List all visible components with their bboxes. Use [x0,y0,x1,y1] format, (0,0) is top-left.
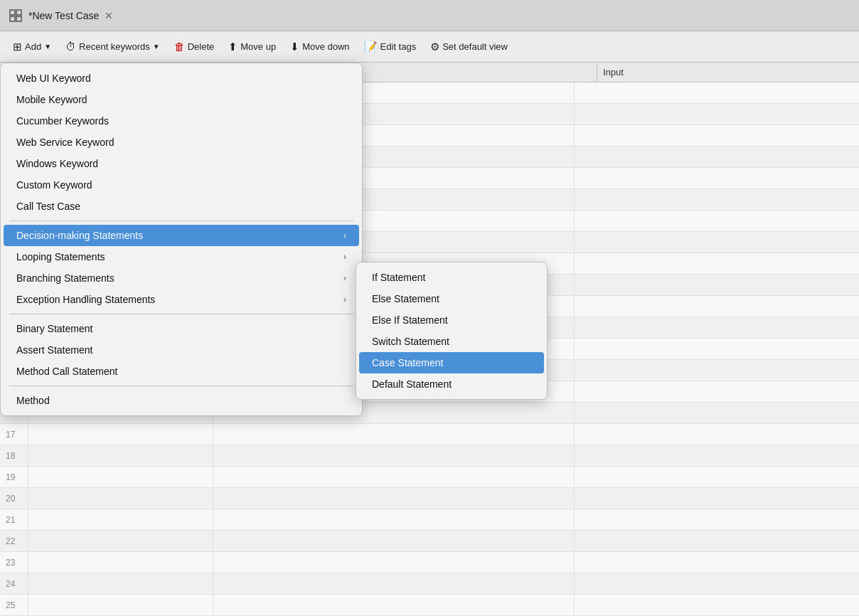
window-title: *New Test Case [28,10,99,21]
clock-icon: ⏱ [65,41,76,53]
recent-keywords-chevron-icon: ▼ [153,43,160,51]
edit-tags-label: Edit tags [380,41,417,52]
toolbar: ⊞ Add ▼ ⏱ Recent keywords ▼ 🗑 Delete ⬆ M… [0,31,859,63]
submenu-item-label: If Statement [372,272,425,283]
menu-item-assert-statement[interactable]: Assert Statement [4,339,359,361]
gear-icon: ⚙ [430,41,439,53]
table-row[interactable]: 23 [0,552,859,573]
menu-item-exception-handling[interactable]: Exception Handling Statements › [4,289,359,310]
set-default-view-label: Set default view [442,41,508,52]
menu-item-label: Mobile Keyword [16,94,87,105]
menu-item-branching[interactable]: Branching Statements › [4,267,359,289]
menu-item-binary-statement[interactable]: Binary Statement [4,318,359,339]
submenu-arrow-icon: › [343,230,346,240]
menu-item-label: Custom Keyword [16,179,92,191]
submenu-item-default-statement[interactable]: Default Statement [359,373,544,395]
move-down-button[interactable]: ⬇ Move down [284,38,355,56]
menu-item-label: Web UI Keyword [16,73,91,84]
submenu-item-label: Case Statement [372,357,443,368]
main-content: Input 1 2 3 4 5 6 7 8 [0,63,859,616]
delete-icon: 🗑 [174,41,185,53]
menu-item-label: Windows Keyword [16,158,98,169]
set-default-view-button[interactable]: ⚙ Set default view [425,38,513,56]
move-up-label: Move up [240,41,276,52]
table-row[interactable]: 20 [0,488,859,509]
edit-tags-button[interactable]: 📝 Edit tags [358,38,422,56]
svg-rect-0 [10,10,15,15]
table-row[interactable]: 22 [0,531,859,552]
menu-item-cucumber-keywords[interactable]: Cucumber Keywords [4,110,359,132]
menu-item-label: Web Service Keyword [16,137,114,148]
menu-item-label: Exception Handling Statements [16,294,155,305]
menu-separator [9,314,353,314]
add-button[interactable]: ⊞ Add ▼ [7,38,57,56]
submenu-arrow-icon: › [343,273,346,283]
submenu-arrow-icon: › [343,294,346,304]
input-column-header: Input [597,63,859,82]
menu-item-label: Cucumber Keywords [16,115,109,127]
menu-item-looping[interactable]: Looping Statements › [4,246,359,267]
table-row[interactable]: 17 [0,424,859,445]
table-row[interactable]: 24 [0,573,859,595]
recent-keywords-button[interactable]: ⏱ Recent keywords ▼ [60,38,166,55]
submenu-item-label: Else Statement [372,293,439,304]
submenu-item-label: Default Statement [372,378,452,390]
delete-button[interactable]: 🗑 Delete [169,38,220,55]
add-chevron-icon: ▼ [44,43,51,51]
submenu-item-label: Else If Statement [372,314,448,326]
move-up-icon: ⬆ [228,41,238,53]
add-icon: ⊞ [13,41,22,53]
table-row[interactable]: 19 [0,467,859,488]
submenu-arrow-icon: › [343,252,346,262]
app-icon [9,9,23,23]
table-row[interactable]: 21 [0,509,859,531]
submenu-item-label: Switch Statement [372,336,449,347]
menu-item-label: Method [16,395,50,406]
secondary-menu: If StatementElse StatementElse If Statem… [356,262,548,400]
submenu-item-switch-statement[interactable]: Switch Statement [359,331,544,352]
svg-rect-3 [16,16,21,21]
menu-item-call-test-case[interactable]: Call Test Case [4,196,359,217]
edit-tags-icon: 📝 [364,41,378,53]
submenu-item-case-statement[interactable]: Case Statement [359,352,544,373]
menu-item-label: Binary Statement [16,323,92,334]
svg-rect-1 [16,10,21,15]
menu-item-label: Assert Statement [16,344,92,356]
move-down-icon: ⬇ [290,41,299,53]
menu-item-mobile-keyword[interactable]: Mobile Keyword [4,89,359,110]
submenu-item-else-if-statement[interactable]: Else If Statement [359,309,544,331]
submenu-item-else-statement[interactable]: Else Statement [359,288,544,309]
menu-item-method[interactable]: Method [4,390,359,411]
close-icon[interactable]: ✕ [105,10,113,21]
menu-item-custom-keyword[interactable]: Custom Keyword [4,174,359,196]
menu-item-label: Branching Statements [16,272,114,284]
menu-separator [9,221,353,221]
table-row[interactable]: 25 [0,595,859,616]
menu-item-web-service-keyword[interactable]: Web Service Keyword [4,132,359,153]
title-bar: *New Test Case ✕ [0,0,859,31]
menu-item-label: Decision-making Statements [16,230,143,241]
menu-item-method-call-statement[interactable]: Method Call Statement [4,361,359,382]
menu-item-label: Method Call Statement [16,366,117,377]
submenu-item-if-statement[interactable]: If Statement [359,267,544,288]
recent-keywords-label: Recent keywords [79,41,150,52]
svg-rect-2 [10,16,15,21]
menu-item-web-ui-keyword[interactable]: Web UI Keyword [4,68,359,89]
move-up-button[interactable]: ⬆ Move up [223,38,282,56]
primary-menu: Web UI Keyword Mobile Keyword Cucumber K… [0,63,363,416]
menu-item-label: Looping Statements [16,251,105,262]
delete-label: Delete [188,41,215,52]
add-label: Add [25,41,41,52]
table-row[interactable]: 18 [0,445,859,467]
menu-item-windows-keyword[interactable]: Windows Keyword [4,153,359,174]
menu-item-decision-making[interactable]: Decision-making Statements › [4,225,359,246]
menu-separator [9,386,353,386]
move-down-label: Move down [302,41,349,52]
menu-item-label: Call Test Case [16,201,80,212]
